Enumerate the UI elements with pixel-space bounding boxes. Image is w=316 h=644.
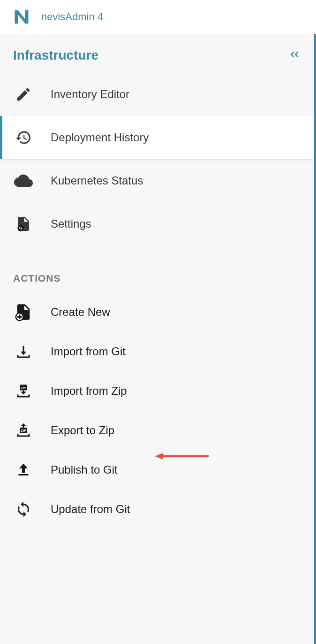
action-create-new[interactable]: Create New [0, 292, 314, 332]
sidebar: Infrastructure Inventory Editor Deployme… [0, 34, 316, 644]
file-plus-icon [13, 302, 34, 322]
action-item-label: Export to Zip [51, 424, 114, 437]
action-item-label: Import from Zip [51, 384, 127, 398]
action-export-zip[interactable]: ZIP Export to Zip [0, 411, 314, 450]
history-icon [13, 127, 34, 148]
cloud-icon [13, 170, 34, 191]
action-item-label: Update from Git [51, 503, 130, 516]
zip-download-icon: ZIP [13, 381, 34, 401]
action-publish-git[interactable]: Publish to Git [0, 450, 314, 490]
action-import-zip[interactable]: ZIP Import from Zip [0, 371, 314, 411]
nav-item-settings[interactable]: Settings [0, 202, 314, 245]
action-item-label: Create New [51, 306, 110, 319]
refresh-icon [13, 499, 34, 520]
action-item-label: Publish to Git [51, 463, 118, 476]
upload-icon [13, 460, 34, 480]
collapse-icon[interactable] [287, 47, 301, 63]
file-gear-icon [13, 214, 34, 234]
section-title: Infrastructure [13, 48, 98, 63]
app-header: nevisAdmin 4 [0, 0, 316, 34]
nav-item-label: Deployment History [51, 131, 149, 144]
nav-item-inventory-editor[interactable]: Inventory Editor [0, 73, 314, 116]
nav-item-kubernetes-status[interactable]: Kubernetes Status [0, 159, 314, 202]
app-title: nevisAdmin 4 [41, 11, 103, 23]
nav-item-label: Kubernetes Status [51, 174, 143, 187]
action-item-label: Import from Git [51, 345, 126, 358]
action-update-git[interactable]: Update from Git [0, 490, 314, 529]
nav-item-deployment-history[interactable]: Deployment History [0, 116, 314, 159]
download-icon [13, 341, 34, 362]
svg-text:ZIP: ZIP [21, 386, 26, 390]
actions-header: ACTIONS [0, 245, 314, 292]
nevis-logo-icon [13, 8, 30, 25]
section-header: Infrastructure [0, 34, 314, 73]
svg-text:ZIP: ZIP [21, 429, 26, 433]
nav-item-label: Inventory Editor [51, 88, 129, 101]
action-import-git[interactable]: Import from Git [0, 332, 314, 371]
pencil-icon [13, 84, 34, 105]
logo: nevisAdmin 4 [13, 8, 103, 25]
zip-upload-icon: ZIP [13, 420, 34, 441]
nav-item-label: Settings [51, 217, 91, 230]
